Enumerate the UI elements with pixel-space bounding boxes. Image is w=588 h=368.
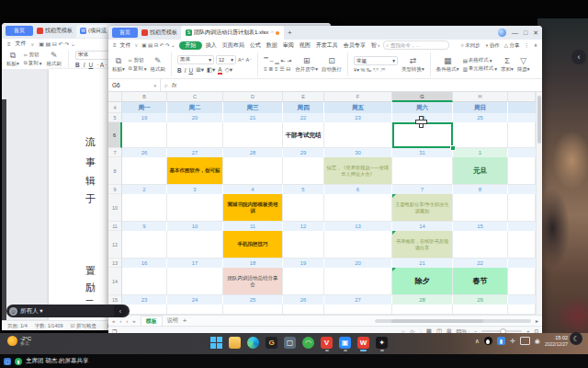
writer-spellcheck[interactable]: ☑ 拼写检查 · [71, 323, 100, 329]
font-size-select[interactable]: 12▾ [216, 55, 236, 64]
event-cell-H16[interactable] [453, 305, 508, 315]
event-cell-H14[interactable]: 春节 [453, 268, 508, 295]
event-cell-B10[interactable] [122, 194, 167, 222]
date-cell-C5[interactable]: 20 [167, 113, 223, 122]
event-cell-G8[interactable] [392, 157, 453, 185]
event-cell-H8[interactable]: 元旦 [453, 157, 508, 185]
event-cell-C14[interactable] [167, 268, 223, 295]
account-avatar[interactable] [498, 29, 506, 37]
column-header-F[interactable]: F [324, 92, 392, 102]
date-cell-G13[interactable]: 21 [392, 259, 453, 268]
date-cell-B9[interactable]: 2 [122, 185, 167, 194]
name-box[interactable]: G6 ▾ [108, 79, 161, 91]
writer-file-menu[interactable]: 文件 [16, 40, 27, 48]
next-sheet-icon[interactable]: › [126, 318, 128, 324]
first-sheet-icon[interactable]: « [112, 318, 115, 324]
conditional-format-button[interactable]: ▦ 条件格式▾ [436, 57, 459, 73]
taskbar-icon-360-browser[interactable]: ◠ [301, 336, 315, 351]
close-button[interactable]: ✕ [533, 29, 538, 37]
date-cell-E13[interactable]: 19 [283, 259, 324, 268]
event-cell-C16[interactable] [167, 305, 223, 315]
paste-button[interactable]: ⧉ 粘贴▾ [112, 57, 125, 73]
event-cell-C10[interactable] [167, 194, 223, 222]
sheet-tab-notes[interactable]: 说明 [167, 316, 178, 325]
sidebar-collapse-knob[interactable]: ‹ [571, 50, 586, 64]
writer-cut-button[interactable]: ✂ 剪切 [24, 52, 42, 58]
row-header-12[interactable]: 12 [108, 231, 122, 259]
taskbar-icon-wps-writer[interactable]: W [356, 336, 370, 351]
date-cell-E11[interactable]: 12 [283, 222, 324, 231]
menu-item-7[interactable]: 开发工具 [316, 41, 338, 50]
horizontal-scrollbar[interactable] [375, 319, 531, 323]
format-painter-button[interactable]: ✎ 格式刷 [150, 57, 165, 73]
maximize-button[interactable]: □ [524, 29, 527, 36]
event-cell-E14[interactable] [283, 268, 324, 295]
date-cell-B11[interactable]: 9 [122, 222, 167, 231]
event-cell-E8[interactable] [283, 157, 324, 185]
borders-button[interactable]: ⊞▾ [196, 66, 204, 74]
date-cell-G7[interactable]: 31 [392, 148, 453, 157]
date-cell-C7[interactable]: 27 [167, 148, 223, 157]
event-cell-D6[interactable] [223, 122, 283, 148]
writer-quick-icons[interactable]: ▣ ▤ ⊟ ↶ ↷ ⌄ [39, 40, 75, 47]
collapse-chat-icon[interactable]: ‹ [114, 305, 127, 316]
date-cell-F9[interactable]: 6 [324, 185, 392, 194]
row-header-8[interactable]: 8 [108, 157, 122, 185]
event-cell-H10[interactable] [453, 194, 508, 222]
date-cell-E7[interactable]: 29 [283, 148, 324, 157]
number-format-icons[interactable]: ¥▾ % ‰ ⁰.⁰ .⁰⁰ [354, 67, 398, 73]
row-header-7[interactable]: 7 [108, 148, 122, 157]
hscroll-right-icon[interactable]: ▸ [536, 317, 538, 324]
event-cell-F10[interactable] [324, 194, 392, 222]
chevron-up-icon[interactable]: ∧ [475, 338, 480, 345]
zoom-slider[interactable] [481, 330, 522, 332]
formula-input[interactable] [176, 79, 542, 91]
writer-format-painter[interactable]: ✎ 格式刷 [46, 52, 62, 67]
menu-item-4[interactable]: 数据 [266, 41, 277, 50]
event-cell-B12[interactable] [122, 231, 167, 259]
monitor-icon[interactable] [520, 337, 530, 345]
date-cell-H7[interactable]: 1 [453, 148, 508, 157]
event-cell-H6[interactable] [453, 122, 508, 148]
taskbar-icon-windows-start[interactable] [209, 336, 223, 351]
menu-item-5[interactable]: 审阅 [283, 41, 294, 50]
date-cell-G9[interactable]: 7 [392, 185, 453, 194]
row-header-4[interactable]: 4 [108, 102, 122, 113]
copy-button[interactable]: ⧉ 复制▾ [129, 65, 147, 72]
date-cell-B15[interactable]: 23 [122, 295, 167, 305]
writer-home-tab[interactable]: 首页 [6, 26, 33, 36]
wrap-text-button[interactable]: ⊡ 自动换行 [322, 57, 342, 73]
hamburger-icon[interactable]: ≡ [113, 42, 117, 48]
date-cell-F5[interactable]: 23 [324, 113, 392, 122]
share-button[interactable]: △ 分享 [504, 42, 520, 49]
search-icon[interactable]: ⌕ [164, 82, 168, 89]
date-cell-C13[interactable]: 17 [167, 259, 223, 268]
taskbar-weather[interactable]: -2°C 多云 [7, 336, 31, 346]
command-search-input[interactable]: ⌕ 查找命令，… [383, 40, 449, 50]
column-header-H[interactable]: H [453, 92, 508, 102]
date-cell-F15[interactable]: 27 [324, 295, 392, 305]
vscroll-thumb[interactable] [537, 96, 541, 144]
event-cell-F6[interactable] [324, 122, 392, 148]
hscroll-thumb[interactable] [391, 319, 483, 323]
cell-style-mini-button[interactable]: ◇▾ [225, 66, 232, 74]
microphone-icon[interactable]: ▮ [497, 337, 505, 345]
date-cell-F13[interactable]: 20 [324, 259, 392, 268]
date-cell-C11[interactable]: 10 [167, 222, 223, 231]
event-cell-D8[interactable] [223, 157, 283, 185]
date-cell-F7[interactable]: 30 [324, 148, 392, 157]
date-cell-D13[interactable]: 18 [223, 259, 283, 268]
emoji-icon[interactable]: ☺ [9, 307, 17, 316]
event-cell-E16[interactable] [283, 305, 324, 315]
event-cell-D10[interactable]: 冀城书院内部模板类培训 [223, 194, 283, 222]
event-cell-D16[interactable] [223, 305, 283, 315]
date-cell-E9[interactable]: 5 [283, 185, 324, 194]
column-header-G[interactable]: G [392, 92, 453, 102]
menu-item-start[interactable]: 开始 [179, 41, 202, 50]
event-cell-C6[interactable] [167, 122, 223, 148]
sheet-docer-tab[interactable]: 找稻壳模板 [141, 29, 177, 37]
tray-clock[interactable]: 15:02 2022/12/27 [545, 335, 568, 347]
date-cell-G15[interactable]: 28 [392, 295, 453, 305]
italic-button[interactable]: I [185, 67, 187, 74]
date-cell-D9[interactable]: 4 [223, 185, 283, 194]
